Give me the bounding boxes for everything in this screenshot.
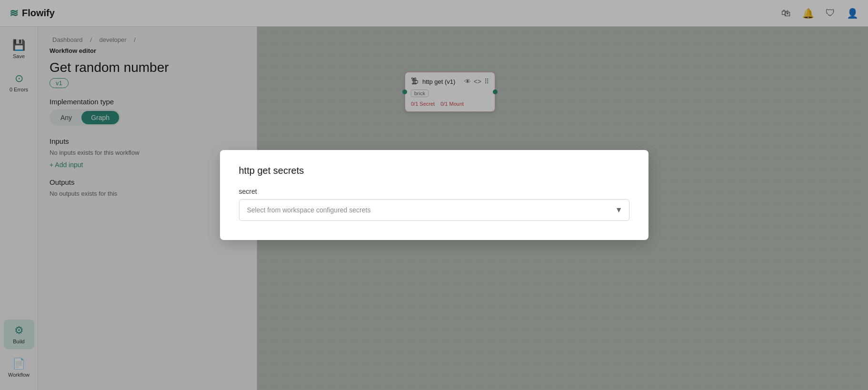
modal-field-label: secret — [239, 188, 629, 195]
modal: http get secrets secret Select from work… — [220, 150, 649, 240]
secret-select[interactable]: Select from workspace configured secrets — [239, 199, 629, 221]
modal-overlay[interactable]: http get secrets secret Select from work… — [0, 0, 868, 390]
modal-title: http get secrets — [239, 165, 629, 176]
modal-select-wrapper: Select from workspace configured secrets… — [239, 199, 629, 221]
